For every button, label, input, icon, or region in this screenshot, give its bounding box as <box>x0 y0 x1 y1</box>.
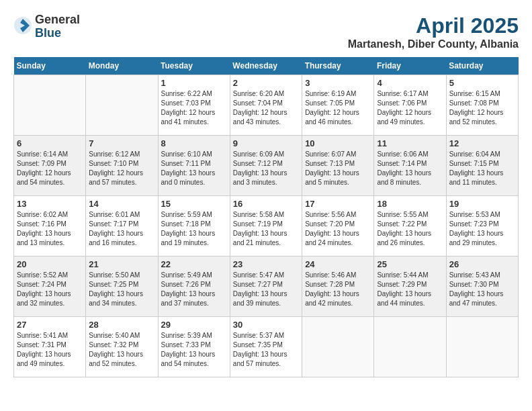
calendar-cell: 30Sunrise: 5:37 AM Sunset: 7:35 PM Dayli… <box>230 317 302 377</box>
logo-text: General Blue <box>35 13 80 40</box>
logo-blue: Blue <box>35 27 80 40</box>
calendar-cell: 1Sunrise: 6:22 AM Sunset: 7:03 PM Daylig… <box>158 75 230 136</box>
calendar-cell: 19Sunrise: 5:53 AM Sunset: 7:23 PM Dayli… <box>446 196 518 257</box>
day-number: 14 <box>89 199 154 209</box>
calendar-cell: 6Sunrise: 6:14 AM Sunset: 7:09 PM Daylig… <box>14 136 86 196</box>
day-number: 4 <box>377 78 443 88</box>
day-info: Sunrise: 5:37 AM Sunset: 7:35 PM Dayligh… <box>233 331 299 369</box>
day-number: 5 <box>449 78 515 88</box>
day-info: Sunrise: 6:06 AM Sunset: 7:14 PM Dayligh… <box>377 150 443 187</box>
day-number: 3 <box>305 78 371 88</box>
day-info: Sunrise: 5:41 AM Sunset: 7:31 PM Dayligh… <box>17 331 83 369</box>
calendar-week-row: 20Sunrise: 5:52 AM Sunset: 7:24 PM Dayli… <box>14 257 519 317</box>
day-number: 18 <box>377 199 443 209</box>
weekday-header: Wednesday <box>230 57 302 75</box>
calendar-cell: 17Sunrise: 5:56 AM Sunset: 7:20 PM Dayli… <box>302 196 374 257</box>
logo-icon <box>13 16 32 35</box>
day-info: Sunrise: 6:01 AM Sunset: 7:17 PM Dayligh… <box>89 210 154 248</box>
weekday-header: Monday <box>86 57 158 75</box>
day-number: 20 <box>17 259 83 269</box>
calendar-cell: 16Sunrise: 5:58 AM Sunset: 7:19 PM Dayli… <box>230 196 302 257</box>
weekday-header: Saturday <box>446 57 518 75</box>
calendar-cell <box>374 317 446 377</box>
day-info: Sunrise: 6:10 AM Sunset: 7:11 PM Dayligh… <box>161 150 227 187</box>
day-info: Sunrise: 6:09 AM Sunset: 7:12 PM Dayligh… <box>233 150 299 187</box>
calendar-week-row: 6Sunrise: 6:14 AM Sunset: 7:09 PM Daylig… <box>14 136 519 196</box>
day-info: Sunrise: 5:47 AM Sunset: 7:27 PM Dayligh… <box>233 271 299 308</box>
day-info: Sunrise: 5:53 AM Sunset: 7:23 PM Dayligh… <box>449 210 515 248</box>
page-header: General Blue April 2025 Martanesh, Diber… <box>13 13 519 50</box>
day-info: Sunrise: 6:22 AM Sunset: 7:03 PM Dayligh… <box>161 89 227 127</box>
day-number: 12 <box>449 138 515 148</box>
day-number: 13 <box>17 199 83 209</box>
calendar-cell: 18Sunrise: 5:55 AM Sunset: 7:22 PM Dayli… <box>374 196 446 257</box>
weekday-header: Tuesday <box>158 57 230 75</box>
calendar-cell: 7Sunrise: 6:12 AM Sunset: 7:10 PM Daylig… <box>86 136 158 196</box>
day-info: Sunrise: 5:40 AM Sunset: 7:32 PM Dayligh… <box>89 331 154 369</box>
calendar-cell: 26Sunrise: 5:43 AM Sunset: 7:30 PM Dayli… <box>446 257 518 317</box>
calendar-header-row: SundayMondayTuesdayWednesdayThursdayFrid… <box>14 57 519 75</box>
weekday-header: Sunday <box>14 57 86 75</box>
day-info: Sunrise: 5:50 AM Sunset: 7:25 PM Dayligh… <box>89 271 154 308</box>
logo-general: General <box>35 13 80 27</box>
calendar-cell: 5Sunrise: 6:15 AM Sunset: 7:08 PM Daylig… <box>446 75 518 136</box>
calendar-cell: 9Sunrise: 6:09 AM Sunset: 7:12 PM Daylig… <box>230 136 302 196</box>
location-title: Martanesh, Diber County, Albania <box>348 38 519 50</box>
calendar-cell: 25Sunrise: 5:44 AM Sunset: 7:29 PM Dayli… <box>374 257 446 317</box>
day-number: 29 <box>161 320 227 330</box>
day-number: 27 <box>17 320 83 330</box>
calendar-cell: 29Sunrise: 5:39 AM Sunset: 7:33 PM Dayli… <box>158 317 230 377</box>
day-info: Sunrise: 5:49 AM Sunset: 7:26 PM Dayligh… <box>161 271 227 308</box>
calendar-table: SundayMondayTuesdayWednesdayThursdayFrid… <box>13 57 519 377</box>
calendar-cell: 20Sunrise: 5:52 AM Sunset: 7:24 PM Dayli… <box>14 257 86 317</box>
calendar-cell: 27Sunrise: 5:41 AM Sunset: 7:31 PM Dayli… <box>14 317 86 377</box>
day-number: 24 <box>305 259 371 269</box>
day-info: Sunrise: 6:17 AM Sunset: 7:06 PM Dayligh… <box>377 89 443 127</box>
weekday-header: Friday <box>374 57 446 75</box>
day-info: Sunrise: 6:04 AM Sunset: 7:15 PM Dayligh… <box>449 150 515 187</box>
calendar-cell: 21Sunrise: 5:50 AM Sunset: 7:25 PM Dayli… <box>86 257 158 317</box>
day-number: 28 <box>89 320 154 330</box>
calendar-cell: 13Sunrise: 6:02 AM Sunset: 7:16 PM Dayli… <box>14 196 86 257</box>
day-info: Sunrise: 5:58 AM Sunset: 7:19 PM Dayligh… <box>233 210 299 248</box>
day-number: 22 <box>161 259 227 269</box>
day-number: 8 <box>161 138 227 148</box>
day-info: Sunrise: 5:56 AM Sunset: 7:20 PM Dayligh… <box>305 210 371 248</box>
calendar-cell: 22Sunrise: 5:49 AM Sunset: 7:26 PM Dayli… <box>158 257 230 317</box>
calendar-cell: 3Sunrise: 6:19 AM Sunset: 7:05 PM Daylig… <box>302 75 374 136</box>
logo: General Blue <box>13 13 80 40</box>
day-info: Sunrise: 6:07 AM Sunset: 7:13 PM Dayligh… <box>305 150 371 187</box>
day-number: 23 <box>233 259 299 269</box>
calendar-cell: 24Sunrise: 5:46 AM Sunset: 7:28 PM Dayli… <box>302 257 374 317</box>
day-info: Sunrise: 5:39 AM Sunset: 7:33 PM Dayligh… <box>161 331 227 369</box>
day-info: Sunrise: 6:15 AM Sunset: 7:08 PM Dayligh… <box>449 89 515 127</box>
day-info: Sunrise: 6:19 AM Sunset: 7:05 PM Dayligh… <box>305 89 371 127</box>
day-number: 16 <box>233 199 299 209</box>
calendar-cell: 10Sunrise: 6:07 AM Sunset: 7:13 PM Dayli… <box>302 136 374 196</box>
calendar-cell: 28Sunrise: 5:40 AM Sunset: 7:32 PM Dayli… <box>86 317 158 377</box>
calendar-cell: 8Sunrise: 6:10 AM Sunset: 7:11 PM Daylig… <box>158 136 230 196</box>
calendar-cell: 15Sunrise: 5:59 AM Sunset: 7:18 PM Dayli… <box>158 196 230 257</box>
day-number: 6 <box>17 138 83 148</box>
day-number: 21 <box>89 259 154 269</box>
calendar-week-row: 13Sunrise: 6:02 AM Sunset: 7:16 PM Dayli… <box>14 196 519 257</box>
day-number: 25 <box>377 259 443 269</box>
day-info: Sunrise: 5:52 AM Sunset: 7:24 PM Dayligh… <box>17 271 83 308</box>
day-info: Sunrise: 5:44 AM Sunset: 7:29 PM Dayligh… <box>377 271 443 308</box>
calendar-cell: 23Sunrise: 5:47 AM Sunset: 7:27 PM Dayli… <box>230 257 302 317</box>
day-info: Sunrise: 6:12 AM Sunset: 7:10 PM Dayligh… <box>89 150 154 187</box>
day-number: 19 <box>449 199 515 209</box>
calendar-cell <box>302 317 374 377</box>
day-number: 30 <box>233 320 299 330</box>
day-info: Sunrise: 6:20 AM Sunset: 7:04 PM Dayligh… <box>233 89 299 127</box>
calendar-cell: 11Sunrise: 6:06 AM Sunset: 7:14 PM Dayli… <box>374 136 446 196</box>
month-title: April 2025 <box>348 13 519 38</box>
day-number: 2 <box>233 78 299 88</box>
day-number: 26 <box>449 259 515 269</box>
calendar-week-row: 1Sunrise: 6:22 AM Sunset: 7:03 PM Daylig… <box>14 75 519 136</box>
day-number: 1 <box>161 78 227 88</box>
calendar-cell: 12Sunrise: 6:04 AM Sunset: 7:15 PM Dayli… <box>446 136 518 196</box>
day-info: Sunrise: 5:59 AM Sunset: 7:18 PM Dayligh… <box>161 210 227 248</box>
day-info: Sunrise: 6:02 AM Sunset: 7:16 PM Dayligh… <box>17 210 83 248</box>
calendar-week-row: 27Sunrise: 5:41 AM Sunset: 7:31 PM Dayli… <box>14 317 519 377</box>
